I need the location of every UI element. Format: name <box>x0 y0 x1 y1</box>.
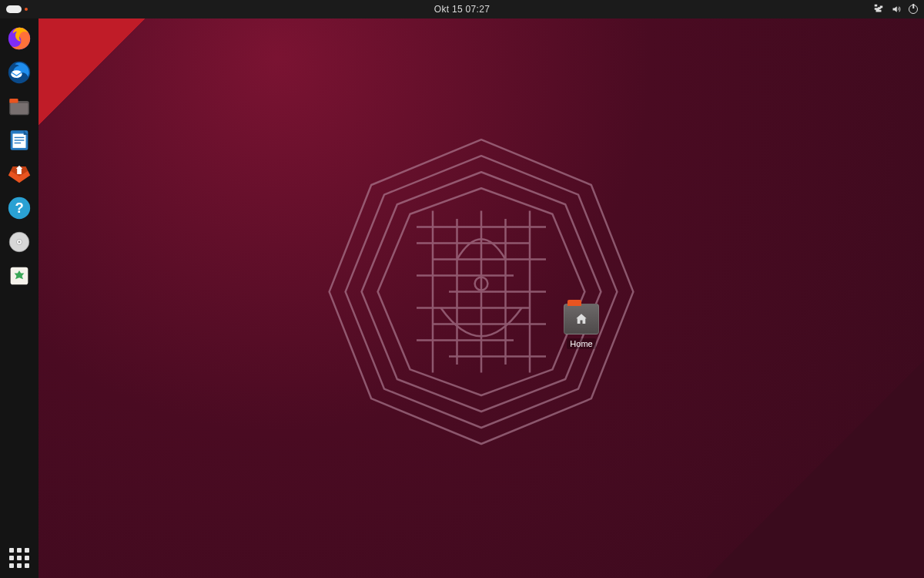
svg-rect-10 <box>15 143 22 143</box>
clock[interactable]: Okt 15 07:27 <box>434 4 490 15</box>
svg-marker-20 <box>346 156 618 428</box>
svg-rect-4 <box>9 99 18 103</box>
launcher-disc[interactable] <box>5 228 33 256</box>
svg-rect-7 <box>13 134 26 148</box>
show-applications-button[interactable] <box>5 544 33 572</box>
launcher-thunderbird[interactable] <box>5 59 33 86</box>
top-panel: Okt 15 07:27 <box>0 0 924 18</box>
launcher-help[interactable]: ? <box>5 194 33 222</box>
svg-point-17 <box>18 241 21 244</box>
launcher-ubuntu-software[interactable] <box>5 160 33 188</box>
dock: ? <box>0 18 38 578</box>
svg-rect-9 <box>15 139 25 140</box>
power-icon <box>909 5 918 14</box>
desktop[interactable]: Home <box>38 18 924 578</box>
activities-button[interactable] <box>6 5 22 13</box>
wallpaper-artwork <box>320 130 643 454</box>
home-icon <box>564 304 598 334</box>
system-status-area[interactable] <box>873 3 918 16</box>
launcher-files[interactable] <box>5 92 33 120</box>
svg-marker-21 <box>362 172 601 412</box>
svg-text:?: ? <box>15 200 23 216</box>
svg-rect-11 <box>17 169 22 174</box>
launcher-firefox[interactable] <box>5 25 33 52</box>
volume-icon <box>892 5 901 14</box>
svg-point-23 <box>475 277 488 291</box>
svg-point-2 <box>11 70 22 78</box>
svg-rect-5 <box>11 103 28 114</box>
svg-rect-8 <box>15 137 25 138</box>
svg-marker-22 <box>378 188 585 395</box>
network-wired-icon <box>873 3 884 16</box>
launcher-trash[interactable] <box>5 262 33 290</box>
desktop-icon-home[interactable]: Home <box>558 304 604 350</box>
desktop-icon-label: Home <box>567 338 595 349</box>
launcher-libreoffice-writer[interactable] <box>5 126 33 154</box>
svg-marker-19 <box>330 139 634 444</box>
folder-icon <box>564 304 599 334</box>
